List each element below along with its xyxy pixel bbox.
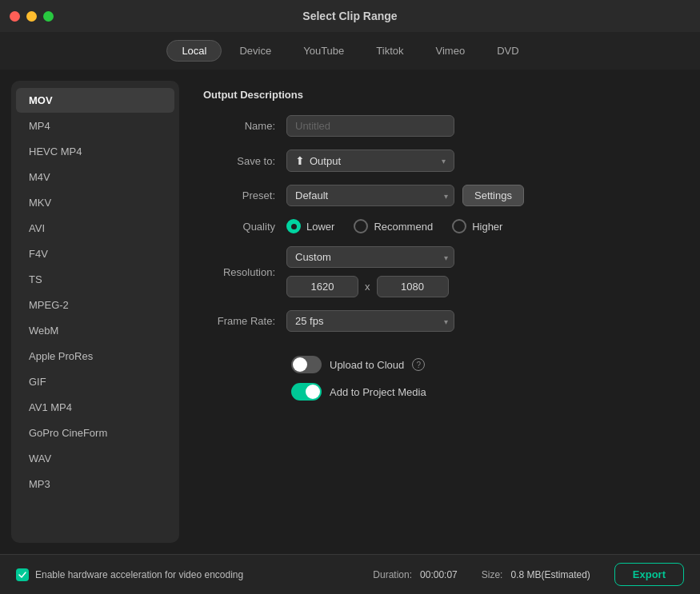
radio-label-recommend: Recommend [374,221,433,233]
toggle-knob [306,385,320,399]
quality-options: LowerRecommendHigher [286,219,502,233]
bottom-stats: Duration: 00:00:07 Size: 0.8 MB(Estimate… [373,563,684,586]
frame-rate-row: Frame Rate: 25 fps ▾ [203,310,665,332]
resolution-controls: Custom ▾ x [286,246,454,297]
sidebar-item-ts[interactable]: TS [16,267,174,292]
sidebar-item-f4v[interactable]: F4V [16,241,174,266]
resolution-inputs: x [286,276,454,297]
duration-value: 00:00:07 [420,569,458,580]
radio-circle-lower [286,219,301,233]
save-to-dropdown[interactable]: ⬆ Output ▾ [286,149,454,172]
size-value: 0.8 MB(Estimated) [510,569,590,580]
minimize-button[interactable] [26,11,37,22]
preset-row: Preset: Default ▾ Settings [203,185,665,206]
checkmark-icon [18,571,26,579]
size-stat: Size: 0.8 MB(Estimated) [482,569,590,580]
preset-select-wrapper: Default ▾ [286,185,454,206]
resolution-select[interactable]: Custom [286,246,454,268]
save-to-row: Save to: ⬆ Output ▾ [203,149,665,172]
save-to-value: Output [310,155,442,167]
title-bar: Select Clip Range [0,0,700,32]
save-to-label: Save to: [203,155,275,167]
upload-cloud-row: Upload to Cloud ? [291,356,665,373]
sidebar: MOVMP4HEVC MP4M4VMKVAVIF4VTSMPEG-2WebMAp… [11,81,179,543]
section-title: Output Descriptions [203,89,665,101]
export-button[interactable]: Export [614,563,684,586]
sidebar-item-mp3[interactable]: MP3 [16,472,174,496]
add-project-toggle[interactable] [291,383,322,401]
sidebar-item-m4v[interactable]: M4V [16,165,174,189]
radio-circle-higher [452,219,466,233]
upload-cloud-toggle[interactable] [291,356,322,373]
hw-checkbox[interactable] [16,568,29,581]
sidebar-item-webm[interactable]: WebM [16,318,174,343]
quality-option-higher[interactable]: Higher [452,219,502,233]
sidebar-item-avi[interactable]: AVI [16,216,174,241]
quality-row: Quality LowerRecommendHigher [203,219,665,233]
tab-bar: LocalDeviceYouTubeTiktokVimeoDVD [0,32,700,70]
settings-button[interactable]: Settings [462,185,524,206]
hw-acceleration-area: Enable hardware acceleration for video e… [16,568,243,581]
maximize-button[interactable] [43,11,54,22]
sidebar-item-hevc-mp4[interactable]: HEVC MP4 [16,139,174,164]
duration-stat: Duration: 00:00:07 [373,569,457,580]
tab-device[interactable]: Device [225,41,286,61]
tab-vimeo[interactable]: Vimeo [422,41,480,61]
help-icon[interactable]: ? [412,358,425,371]
window-controls [10,11,54,22]
resolution-x-separator: x [365,281,370,293]
chevron-down-icon: ▾ [442,157,446,165]
preset-select[interactable]: Default [286,185,454,206]
upload-cloud-label: Upload to Cloud [330,359,404,371]
tab-tiktok[interactable]: Tiktok [362,41,418,61]
preset-controls: Default ▾ Settings [286,185,524,206]
close-button[interactable] [10,11,20,22]
sidebar-item-gopro-cineform[interactable]: GoPro CineForm [16,421,174,445]
window-title: Select Clip Range [302,10,397,22]
sidebar-item-mov[interactable]: MOV [16,88,174,113]
frame-rate-select-wrapper: 25 fps ▾ [286,310,454,332]
resolution-height-input[interactable] [377,276,449,297]
toggle-knob [293,357,307,372]
resolution-row: Resolution: Custom ▾ x [203,246,665,297]
size-label: Size: [482,569,503,580]
right-panel: Output Descriptions Name: Save to: ⬆ Out… [179,81,689,543]
radio-circle-recommend [354,219,368,233]
name-input[interactable] [286,115,454,137]
sidebar-item-gif[interactable]: GIF [16,369,174,394]
tab-youtube[interactable]: YouTube [289,41,358,61]
quality-option-recommend[interactable]: Recommend [354,219,433,233]
main-content: MOVMP4HEVC MP4M4VMKVAVIF4VTSMPEG-2WebMAp… [0,70,700,554]
resolution-width-input[interactable] [286,276,358,297]
sidebar-item-mp4[interactable]: MP4 [16,114,174,138]
sidebar-item-mpeg2[interactable]: MPEG-2 [16,293,174,317]
quality-option-lower[interactable]: Lower [286,219,334,233]
tab-dvd[interactable]: DVD [482,41,533,61]
frame-rate-label: Frame Rate: [203,315,275,327]
name-label: Name: [203,120,275,132]
hw-label: Enable hardware acceleration for video e… [35,569,243,580]
radio-label-higher: Higher [472,221,502,233]
duration-label: Duration: [373,569,412,580]
sidebar-item-apple-prores[interactable]: Apple ProRes [16,344,174,369]
spacer [203,345,665,356]
preset-label: Preset: [203,189,275,201]
add-project-row: Add to Project Media [291,383,665,401]
frame-rate-select[interactable]: 25 fps [286,310,454,332]
sidebar-item-av1-mp4[interactable]: AV1 MP4 [16,395,174,420]
radio-label-lower: Lower [306,221,334,233]
add-project-label: Add to Project Media [330,386,426,398]
resolution-select-wrapper: Custom ▾ [286,246,454,268]
sidebar-item-wav[interactable]: WAV [16,446,174,471]
name-row: Name: [203,115,665,137]
sidebar-item-mkv[interactable]: MKV [16,190,174,215]
resolution-label: Resolution: [203,266,275,278]
upload-icon: ⬆ [295,154,305,167]
bottom-bar: Enable hardware acceleration for video e… [0,554,700,594]
quality-label: Quality [203,221,275,233]
tab-local[interactable]: Local [166,40,222,62]
